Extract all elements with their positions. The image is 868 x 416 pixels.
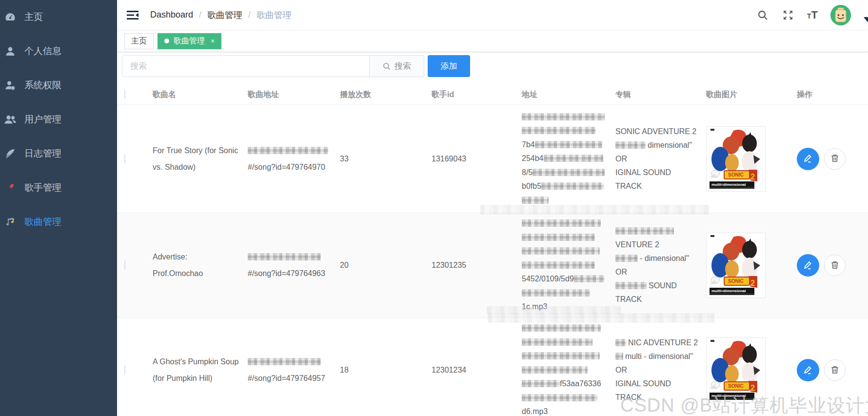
app-window: 主页个人信息系统权限用户管理日志管理歌手管理歌曲管理 Dashboard / 歌… [0, 0, 868, 416]
navbar: Dashboard / 歌曲管理 / 歌曲管理 TT [117, 0, 868, 30]
song-url-path: #/song?id=479764957 [248, 370, 335, 387]
search-input[interactable] [122, 55, 370, 77]
dashboard-icon [4, 11, 17, 23]
delete-button[interactable] [824, 359, 846, 381]
table-row: A Ghost's Pumpkin Soup (for Pumpkin Hill… [117, 318, 868, 416]
edit-pencil-icon [803, 153, 813, 165]
album-title: VENTURE 2- dimensional" ORSOUND TRACK [611, 224, 701, 306]
sidebar-item-2[interactable]: 系统权限 [0, 68, 117, 102]
select-all-checkbox[interactable] [124, 90, 125, 99]
sidebar-item-5[interactable]: 歌手管理 [0, 171, 117, 205]
song-name: For True Story (for Sonic vs. Shadow) [148, 142, 243, 176]
redacted-text [522, 324, 601, 332]
breadcrumb-dashboard[interactable]: Dashboard [150, 10, 193, 20]
redacted-text [544, 155, 603, 162]
redacted-text [615, 255, 638, 262]
sidebar-item-6[interactable]: 歌曲管理 [0, 205, 117, 239]
feather-icon [4, 147, 17, 160]
file-address: f53aa76336d6.mp3 [517, 321, 611, 416]
singer-id: 12301235 [427, 261, 517, 270]
song-url: #/song?id=479764957 [243, 354, 335, 387]
toolbar: 搜索 添加 [122, 55, 863, 77]
sidebar-item-1[interactable]: 个人信息 [0, 34, 117, 68]
song-url: #/song?id=479764970 [243, 142, 335, 176]
redacted-text [535, 141, 602, 148]
sidebar-item-4[interactable]: 日志管理 [0, 137, 117, 171]
col-album: 专辑 [611, 90, 701, 100]
edit-button[interactable] [797, 254, 819, 277]
redacted-text [522, 366, 588, 374]
font-size-icon[interactable]: TT [807, 9, 818, 21]
redacted-text [533, 169, 605, 176]
song-name: Advertise: Prof.Omochao [148, 249, 243, 282]
song-image: SONIC2multi=dimensional [706, 233, 766, 298]
row-checkbox[interactable] [124, 365, 125, 375]
svg-text:SONIC: SONIC [728, 278, 744, 284]
sidebar-item-3[interactable]: 用户管理 [0, 102, 117, 137]
redacted-text [615, 339, 626, 346]
tag-song-management[interactable]: 歌曲管理 × [158, 33, 221, 49]
redacted-text [522, 289, 590, 297]
row-checkbox[interactable] [124, 260, 125, 270]
sidebar-toggle-icon[interactable] [127, 10, 138, 20]
redacted-text [615, 227, 674, 235]
edit-pencil-icon [803, 259, 813, 272]
breadcrumb: Dashboard / 歌曲管理 / 歌曲管理 [150, 9, 292, 21]
fullscreen-icon[interactable] [782, 9, 794, 21]
sidebar-item-0[interactable]: 主页 [0, 0, 117, 34]
search-icon[interactable] [756, 9, 769, 21]
album-title: SONIC ADVENTURE 2dimensional" ORIGINAL S… [611, 125, 701, 193]
breadcrumb-song-management[interactable]: 歌曲管理 [207, 9, 242, 21]
edit-button[interactable] [797, 148, 819, 170]
redacted-text [248, 358, 321, 365]
svg-text:2: 2 [750, 384, 755, 392]
tag-home[interactable]: 主页 [124, 33, 154, 49]
main-area: Dashboard / 歌曲管理 / 歌曲管理 TT [117, 0, 868, 416]
col-song-url: 歌曲地址 [243, 90, 335, 100]
file-address: 7b4254b48/5b0fb5 [517, 110, 611, 208]
col-singer-id: 歌手id [427, 90, 517, 100]
delete-button[interactable] [824, 255, 846, 276]
trash-icon [830, 153, 840, 164]
edit-pencil-icon [803, 364, 813, 376]
singer-id: 13169043 [427, 155, 517, 163]
row-actions [797, 254, 868, 277]
sidebar-item-label: 用户管理 [24, 113, 61, 126]
table-body: For True Story (for Sonic vs. Shadow)#/s… [117, 105, 868, 416]
active-tag-dot [164, 39, 169, 43]
navbar-actions: TT [756, 0, 868, 30]
delete-button[interactable] [824, 148, 846, 170]
row-checkbox[interactable] [124, 154, 125, 163]
search-button[interactable]: 搜索 [370, 55, 424, 77]
song-url-path: #/song?id=479764963 [248, 265, 335, 282]
songs-table: 歌曲名 歌曲地址 播放次数 歌手id 地址 专辑 歌曲图片 操作 For Tru… [117, 85, 868, 416]
tag-close-icon[interactable]: × [211, 38, 215, 44]
tag-home-label: 主页 [131, 36, 147, 46]
search-group: 搜索 [122, 55, 424, 77]
play-count: 33 [335, 155, 427, 163]
file-address: 5452/0109/5d91c.mp3 [517, 217, 611, 314]
redacted-text [522, 380, 560, 387]
svg-text:2: 2 [750, 279, 755, 287]
table-row: For True Story (for Sonic vs. Shadow)#/s… [117, 105, 868, 213]
tags-view-bar: 主页 歌曲管理 × [117, 30, 868, 52]
breadcrumb-separator: / [199, 10, 201, 20]
edit-button[interactable] [797, 359, 819, 381]
redacted-text [574, 275, 604, 282]
row-actions [797, 359, 868, 381]
svg-text:SONIC: SONIC [728, 383, 744, 389]
sidebar-item-label: 歌曲管理 [24, 216, 61, 228]
redacted-text [248, 147, 328, 154]
users-icon [4, 113, 17, 126]
add-button[interactable]: 添加 [428, 55, 470, 77]
svg-text:multi=dimensional: multi=dimensional [711, 289, 746, 293]
redacted-text [522, 113, 605, 120]
redacted-text [615, 353, 623, 360]
tag-song-management-label: 歌曲管理 [174, 36, 205, 46]
table-row: Advertise: Prof.Omochao#/song?id=4797649… [117, 213, 868, 318]
sidebar-item-label: 个人信息 [24, 45, 61, 58]
row-actions [797, 148, 868, 170]
user-menu-caret-icon[interactable] [864, 17, 868, 22]
user-gear-icon [4, 79, 17, 92]
avatar[interactable] [830, 5, 851, 25]
